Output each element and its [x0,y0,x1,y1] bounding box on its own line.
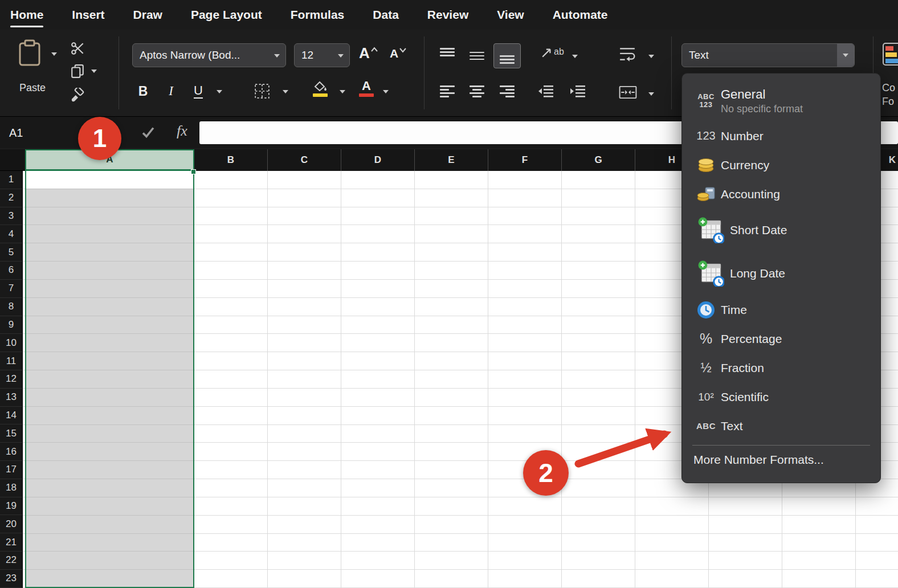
column-header-f[interactable]: F [488,149,561,171]
borders-chevron-down-icon[interactable] [283,90,288,93]
row-header-15[interactable]: 15 [0,424,22,443]
menu-item-time[interactable]: Time [682,295,880,324]
format-painter-icon[interactable] [70,88,85,104]
selected-column-fill[interactable] [25,171,194,588]
row-header-7[interactable]: 7 [0,280,22,298]
ribbon-tab-review[interactable]: Review [427,0,468,30]
font-name-combobox[interactable]: Aptos Narrow (Bod... [132,43,286,67]
align-right-icon[interactable] [500,85,515,97]
wrap-text-icon[interactable] [619,47,636,62]
paste-button-label[interactable]: Paste [13,82,52,94]
active-cell-a1[interactable] [25,171,194,189]
row-header-1[interactable]: 1 [0,171,22,189]
wrap-text-chevron-down-icon[interactable] [648,55,654,58]
fill-color-icon[interactable] [312,80,328,97]
row-header-14[interactable]: 14 [0,407,22,425]
row-header-21[interactable]: 21 [0,533,22,552]
borders-icon[interactable] [254,83,270,99]
font-color-chevron-down-icon[interactable] [383,90,389,93]
column-header-c[interactable]: C [267,149,341,171]
row-header-13[interactable]: 13 [0,389,22,407]
ribbon-tab-insert[interactable]: Insert [72,0,104,30]
column-header-d[interactable]: D [341,149,414,171]
italic-button[interactable]: I [165,81,177,101]
chevron-down-icon[interactable] [274,54,280,58]
ribbon-tab-draw[interactable]: Draw [133,0,162,30]
row-header-12[interactable]: 12 [0,370,22,389]
menu-item-text[interactable]: ABCText [682,411,880,440]
row-header-6[interactable]: 6 [0,262,22,280]
font-size-combobox[interactable]: 12 [294,43,350,67]
middle-align-icon[interactable] [470,48,484,64]
bold-button[interactable]: B [136,81,150,101]
row-header-10[interactable]: 10 [0,334,22,352]
ribbon-tab-automate[interactable]: Automate [553,0,608,30]
row-header-4[interactable]: 4 [0,225,22,243]
ribbon-tab-home[interactable]: Home [10,0,43,30]
name-box[interactable]: A1 [9,117,23,149]
row-header-16[interactable]: 16 [0,443,22,461]
menu-item-currency[interactable]: Currency [682,150,880,179]
ribbon-tab-view[interactable]: View [497,0,524,30]
column-header-g[interactable]: G [561,149,635,171]
font-color-icon[interactable]: A [359,80,374,97]
align-left-icon[interactable] [440,85,455,97]
number-format-chevron-down-icon[interactable] [837,44,854,67]
ribbon-tab-page-layout[interactable]: Page Layout [191,0,262,30]
ribbon-tab-data[interactable]: Data [373,0,399,30]
one-half-icon: ½ [691,360,721,375]
conditional-formatting-icon[interactable] [882,41,898,68]
menu-item-scientific[interactable]: 10²Scientific [682,382,880,411]
row-header-23[interactable]: 23 [0,570,22,588]
menu-item-number[interactable]: 123Number [682,121,880,150]
row-header-18[interactable]: 18 [0,479,22,497]
column-header-b[interactable]: B [194,149,267,171]
align-center-icon[interactable] [470,85,484,97]
menu-item-general[interactable]: ABC123GeneralNo specific format [682,80,880,121]
ribbon-tab-formulas[interactable]: Formulas [291,0,345,30]
copy-chevron-down-icon[interactable] [91,70,97,73]
merge-center-icon[interactable] [619,85,637,99]
chevron-down-icon[interactable] [338,54,344,58]
paste-clipboard-icon[interactable] [17,39,42,67]
orientation-chevron-down-icon[interactable] [572,55,578,58]
row-header-20[interactable]: 20 [0,515,22,533]
menu-item-long-date[interactable]: Long Date [682,252,880,295]
fill-color-chevron-down-icon[interactable] [340,90,345,93]
menu-item-fraction[interactable]: ½Fraction [682,353,880,382]
menu-item-short-date[interactable]: Short Date [682,209,880,252]
merge-chevron-down-icon[interactable] [648,92,654,96]
increase-font-size-icon[interactable]: A [359,44,378,62]
cut-scissors-icon[interactable] [71,41,85,56]
underline-button[interactable]: U [191,81,205,101]
decrease-indent-icon[interactable] [538,84,554,98]
insert-function-fx-icon[interactable]: fx [177,122,187,140]
column-header-e[interactable]: E [414,149,488,171]
number-format-combobox[interactable]: Text [681,43,855,67]
row-header-9[interactable]: 9 [0,316,22,334]
bottom-align-icon[interactable] [500,48,515,64]
menu-item-accounting[interactable]: Accounting [682,179,880,209]
increase-indent-icon[interactable] [570,84,586,98]
enter-checkmark-icon[interactable] [141,126,155,138]
menu-item-percentage[interactable]: %Percentage [682,324,880,353]
row-header-11[interactable]: 11 [0,352,22,370]
row-header-2[interactable]: 2 [0,189,22,207]
paste-chevron-down-icon[interactable] [51,52,57,56]
copy-icon[interactable] [71,64,84,79]
top-align-icon[interactable] [440,48,455,64]
ten-squared-icon: 10² [691,391,721,403]
number-123-icon: 123 [691,129,721,142]
gridline-vertical [194,171,194,588]
row-header-17[interactable]: 17 [0,461,22,479]
abc-text-icon: ABC [691,421,721,431]
row-header-3[interactable]: 3 [0,207,22,226]
row-header-5[interactable]: 5 [0,243,22,262]
decrease-font-size-icon[interactable]: A [390,47,406,60]
row-header-19[interactable]: 19 [0,497,22,516]
row-header-22[interactable]: 22 [0,552,22,570]
menu-item-more-number-formats[interactable]: More Number Formats... [682,446,880,474]
row-header-8[interactable]: 8 [0,298,22,316]
underline-chevron-down-icon[interactable] [217,90,222,93]
text-orientation-icon[interactable]: ab [541,46,564,58]
